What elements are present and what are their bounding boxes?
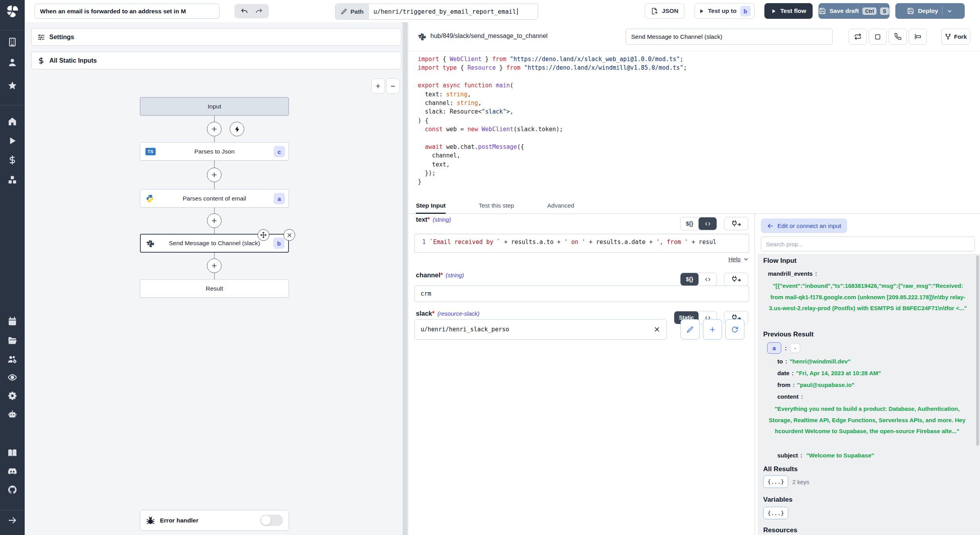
javascript-mode-button[interactable] bbox=[699, 217, 717, 230]
building-icon[interactable] bbox=[7, 37, 17, 47]
add-step-button[interactable] bbox=[207, 213, 221, 228]
refresh-resource-button[interactable] bbox=[725, 319, 744, 340]
code-line[interactable]: await web.chat.postMessage({ bbox=[418, 143, 975, 151]
code-line[interactable]: }); bbox=[418, 169, 975, 177]
clear-icon[interactable] bbox=[653, 326, 661, 333]
code-line[interactable]: text: string, bbox=[418, 90, 975, 99]
undo-icon[interactable] bbox=[241, 7, 249, 15]
add-step-button[interactable] bbox=[207, 258, 221, 273]
eye-icon[interactable] bbox=[7, 372, 17, 382]
edit-or-connect-button[interactable]: Edit or connect an input bbox=[761, 219, 847, 233]
expression-code[interactable]: `Email received by ` + results.a.to + ' … bbox=[430, 234, 717, 246]
redo-icon[interactable] bbox=[255, 7, 263, 15]
calendar-icon[interactable] bbox=[7, 316, 17, 326]
add-step-button[interactable] bbox=[207, 122, 221, 136]
node-parses-content-of-email[interactable]: Parses content of email a bbox=[140, 189, 289, 208]
code-line[interactable] bbox=[418, 134, 975, 143]
connect-input-button[interactable] bbox=[724, 273, 748, 286]
code-line[interactable]: channel, bbox=[418, 151, 975, 160]
windmill-logo-icon[interactable] bbox=[5, 4, 20, 18]
error-handler-row[interactable]: Error handler bbox=[140, 510, 289, 531]
code-line[interactable] bbox=[418, 72, 975, 81]
zoom-in-button[interactable]: + bbox=[371, 78, 385, 94]
subject-key-row[interactable]: subject: "Welcome to Supabase" bbox=[777, 452, 874, 459]
collapse-button[interactable]: - bbox=[790, 343, 800, 353]
play-icon[interactable] bbox=[7, 136, 17, 146]
all-static-inputs-button[interactable]: All Static Inputs bbox=[31, 52, 401, 69]
template-mode-button[interactable]: ${} bbox=[681, 217, 699, 230]
step-summary-input[interactable] bbox=[626, 29, 833, 45]
chevron-down-icon[interactable] bbox=[946, 8, 953, 14]
code-line[interactable]: export async function main( bbox=[418, 81, 975, 90]
flow-title-input[interactable] bbox=[34, 4, 220, 19]
channel-value-input[interactable] bbox=[414, 286, 749, 302]
all-results-object-chip[interactable]: {...} bbox=[763, 475, 788, 488]
users-gear-icon[interactable] bbox=[7, 354, 17, 364]
tab-step-input[interactable]: Step Input bbox=[416, 198, 446, 213]
test-up-to-button[interactable]: Test up to b bbox=[695, 3, 755, 19]
discord-icon[interactable] bbox=[7, 466, 17, 476]
result-key-row[interactable]: to:"henri@windmill.dev" bbox=[777, 358, 851, 365]
robot-icon[interactable] bbox=[7, 410, 17, 419]
node-input[interactable]: Input bbox=[140, 97, 289, 116]
error-handler-toggle[interactable] bbox=[260, 515, 283, 526]
boxes-icon[interactable] bbox=[7, 175, 17, 185]
dollar-icon[interactable] bbox=[7, 155, 17, 165]
move-step-button[interactable] bbox=[258, 229, 269, 241]
gear-icon[interactable] bbox=[7, 391, 17, 401]
user-icon[interactable] bbox=[7, 58, 17, 67]
connect-input-button[interactable] bbox=[724, 217, 748, 230]
path-value[interactable]: u/henri/triggered_by_email_report_email bbox=[369, 4, 523, 19]
test-flow-button[interactable]: Test flow bbox=[764, 3, 813, 19]
zoom-out-button[interactable]: − bbox=[386, 78, 400, 94]
path-control[interactable]: Path u/henri/triggered_by_email_report_e… bbox=[335, 4, 538, 20]
delete-step-button[interactable] bbox=[283, 229, 295, 241]
json-button[interactable]: JSON bbox=[645, 3, 684, 19]
save-draft-button[interactable]: Save draft Ctrl S bbox=[818, 3, 889, 19]
slack-resource-picker[interactable]: u/henri/henri_slack_perso bbox=[414, 319, 667, 340]
flow-settings-button[interactable]: Settings bbox=[31, 28, 401, 46]
hub-script-path[interactable]: hub/849/slack/send_message_to_channel bbox=[430, 33, 548, 40]
help-link[interactable]: Help bbox=[710, 256, 749, 262]
expand-editor-button[interactable] bbox=[869, 29, 887, 45]
template-mode-button[interactable]: ${} bbox=[681, 273, 699, 286]
star-icon[interactable] bbox=[7, 81, 17, 90]
content-value[interactable]: "Everything you need to build a product:… bbox=[765, 403, 969, 437]
code-line[interactable]: import { WebClient } from "https://deno.… bbox=[418, 55, 975, 63]
deploy-button[interactable]: Deploy bbox=[895, 3, 965, 19]
node-parses-to-json[interactable]: TS Parses to Json c bbox=[140, 142, 289, 161]
flow-input-key-row[interactable]: mandrill_events: bbox=[768, 270, 819, 277]
code-line[interactable]: slack: Resource<"slack">, bbox=[418, 107, 975, 116]
flow-input-value[interactable]: "[{"event":"inbound","ts":1683819426,"ms… bbox=[766, 280, 970, 314]
search-prop-input[interactable] bbox=[761, 237, 975, 251]
add-step-button[interactable] bbox=[207, 168, 221, 182]
result-key-row[interactable]: from:"paul@supabase.io" bbox=[777, 381, 855, 388]
node-result[interactable]: Result bbox=[140, 279, 289, 298]
reload-script-button[interactable] bbox=[849, 29, 867, 45]
panel-splitter[interactable] bbox=[403, 22, 407, 535]
add-resource-button[interactable] bbox=[703, 319, 722, 340]
path-edit-button[interactable]: Path bbox=[336, 4, 369, 19]
content-key-row[interactable]: content: bbox=[777, 393, 805, 400]
scrollbar[interactable] bbox=[976, 255, 979, 446]
webhook-button[interactable] bbox=[889, 29, 907, 45]
home-icon[interactable] bbox=[7, 116, 17, 126]
tab-advanced[interactable]: Advanced bbox=[547, 198, 574, 213]
code-line[interactable]: ) { bbox=[418, 116, 975, 125]
javascript-mode-button[interactable] bbox=[699, 273, 717, 286]
diff-button[interactable] bbox=[909, 29, 927, 45]
tab-test-this-step[interactable]: Test this step bbox=[479, 198, 514, 213]
trigger-button[interactable] bbox=[230, 122, 244, 136]
result-key-badge[interactable]: a bbox=[767, 342, 781, 354]
book-open-icon[interactable] bbox=[7, 448, 17, 458]
code-line[interactable]: const web = new WebClient(slack.token); bbox=[418, 125, 975, 134]
fork-button[interactable]: Fork bbox=[941, 29, 970, 45]
text-expression-editor[interactable]: 1 `Email received by ` + results.a.to + … bbox=[414, 234, 749, 253]
result-key-row[interactable]: date:"Fri, Apr 14, 2023 at 10:28 AM" bbox=[777, 370, 881, 376]
arrow-right-icon[interactable] bbox=[7, 515, 17, 525]
code-line[interactable]: } bbox=[418, 177, 975, 186]
code-editor[interactable]: import { WebClient } from "https://deno.… bbox=[418, 55, 975, 186]
code-line[interactable]: text, bbox=[418, 160, 975, 169]
edit-resource-button[interactable] bbox=[681, 319, 700, 340]
code-line[interactable]: import type { Resource } from "https://d… bbox=[418, 63, 975, 72]
